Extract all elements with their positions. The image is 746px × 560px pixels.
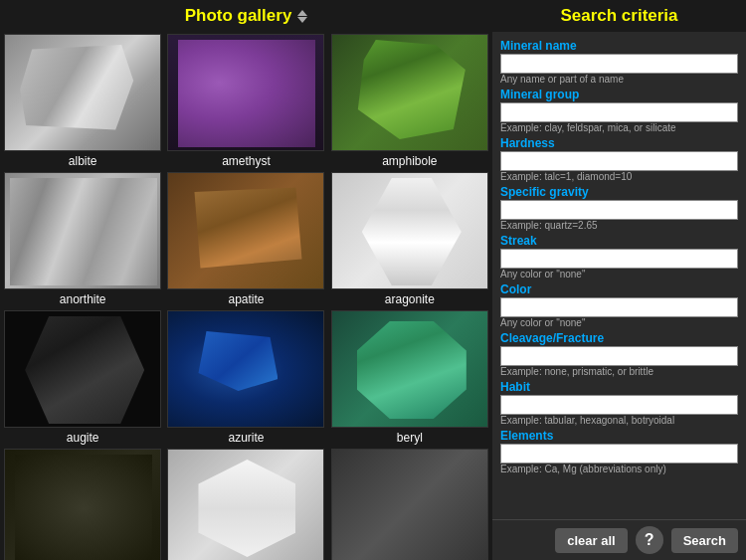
- search-label-habit: Habit: [500, 380, 738, 394]
- sort-down-arrow[interactable]: [297, 17, 307, 23]
- search-criteria-title: Search criteria: [560, 6, 677, 26]
- search-input-specific-gravity[interactable]: [500, 200, 738, 220]
- search-input-elements[interactable]: [500, 444, 738, 464]
- search-hint-cleavage-fracture: Example: none, prismatic, or brittle: [500, 366, 738, 377]
- search-input-habit[interactable]: [500, 395, 738, 415]
- search-panel: Mineral nameAny name or part of a nameMi…: [492, 32, 746, 560]
- mineral-image-apatite[interactable]: [167, 172, 324, 289]
- mineral-image-amethyst[interactable]: [167, 34, 324, 151]
- mineral-image-aragonite[interactable]: [331, 172, 488, 289]
- mineral-label: azurite: [228, 428, 264, 447]
- gallery-header: Photo gallery: [0, 6, 492, 26]
- mineral-image-item-9[interactable]: [4, 449, 161, 560]
- gallery-item[interactable]: amphibole: [329, 34, 490, 170]
- mineral-image-beryl[interactable]: [331, 310, 488, 428]
- mineral-label: anorthite: [60, 289, 106, 308]
- mineral-label: albite: [69, 151, 97, 170]
- search-label-elements: Elements: [500, 429, 738, 443]
- search-label-specific-gravity: Specific gravity: [500, 185, 738, 199]
- search-hint-streak: Any color or "none": [500, 269, 738, 280]
- search-input-mineral-name[interactable]: [500, 54, 738, 74]
- mineral-image-anorthite[interactable]: [4, 172, 161, 289]
- search-criteria-header: Search criteria: [492, 6, 746, 26]
- search-input-hardness[interactable]: [500, 151, 738, 171]
- search-input-color[interactable]: [500, 297, 738, 317]
- search-label-streak: Streak: [500, 234, 738, 248]
- mineral-image-augite[interactable]: [4, 310, 161, 428]
- search-input-cleavage-fracture[interactable]: [500, 346, 738, 366]
- gallery-grid: albiteamethystamphiboleanorthiteapatitea…: [2, 34, 490, 560]
- search-label-color: Color: [500, 282, 738, 296]
- search-input-mineral-group[interactable]: [500, 102, 738, 122]
- gallery-item[interactable]: anorthite: [2, 172, 163, 308]
- search-label-mineral-name: Mineral name: [500, 39, 738, 53]
- mineral-image-item-10[interactable]: [167, 449, 324, 560]
- mineral-label: aragonite: [385, 289, 435, 308]
- gallery-item[interactable]: azurite: [165, 310, 326, 447]
- gallery-item[interactable]: augite: [2, 310, 163, 447]
- gallery-item[interactable]: amethyst: [165, 34, 326, 170]
- mineral-label: augite: [67, 428, 99, 447]
- search-button[interactable]: Search: [671, 528, 738, 553]
- mineral-label: amphibole: [382, 151, 437, 170]
- gallery-item[interactable]: [165, 449, 326, 560]
- search-hint-habit: Example: tabular, hexagonal, botryoidal: [500, 415, 738, 426]
- mineral-image-azurite[interactable]: [167, 310, 324, 428]
- photo-gallery: albiteamethystamphiboleanorthiteapatitea…: [0, 32, 492, 560]
- help-button[interactable]: ?: [636, 526, 663, 554]
- sort-up-arrow[interactable]: [297, 10, 307, 16]
- gallery-item[interactable]: apatite: [165, 172, 326, 308]
- gallery-item[interactable]: albite: [2, 34, 163, 170]
- right-panel: Mineral nameAny name or part of a nameMi…: [492, 32, 746, 560]
- mineral-image-albite[interactable]: [4, 34, 161, 151]
- search-hint-specific-gravity: Example: quartz=2.65: [500, 220, 738, 231]
- mineral-label: amethyst: [222, 151, 271, 170]
- search-label-mineral-group: Mineral group: [500, 88, 738, 101]
- gallery-item[interactable]: beryl: [329, 310, 490, 447]
- gallery-item[interactable]: [329, 449, 490, 560]
- mineral-label: beryl: [397, 428, 423, 447]
- gallery-item[interactable]: [2, 449, 163, 560]
- gallery-item[interactable]: aragonite: [329, 172, 490, 308]
- mineral-label: apatite: [228, 289, 264, 308]
- mineral-image-amphibole[interactable]: [331, 34, 488, 151]
- mineral-image-item-11[interactable]: [331, 449, 488, 560]
- search-label-hardness: Hardness: [500, 136, 738, 150]
- search-hint-mineral-name: Any name or part of a name: [500, 74, 738, 85]
- sort-arrows[interactable]: [297, 10, 307, 23]
- search-footer: clear all ? Search: [492, 519, 746, 560]
- gallery-title: Photo gallery: [185, 6, 292, 26]
- search-hint-hardness: Example: talc=1, diamond=10: [500, 171, 738, 182]
- search-input-streak[interactable]: [500, 249, 738, 269]
- search-hint-mineral-group: Example: clay, feldspar, mica, or silica…: [500, 122, 738, 133]
- clear-all-button[interactable]: clear all: [555, 528, 627, 553]
- search-hint-elements: Example: Ca, Mg (abbreviations only): [500, 464, 738, 474]
- search-hint-color: Any color or "none": [500, 317, 738, 328]
- search-label-cleavage-fracture: Cleavage/Fracture: [500, 331, 738, 345]
